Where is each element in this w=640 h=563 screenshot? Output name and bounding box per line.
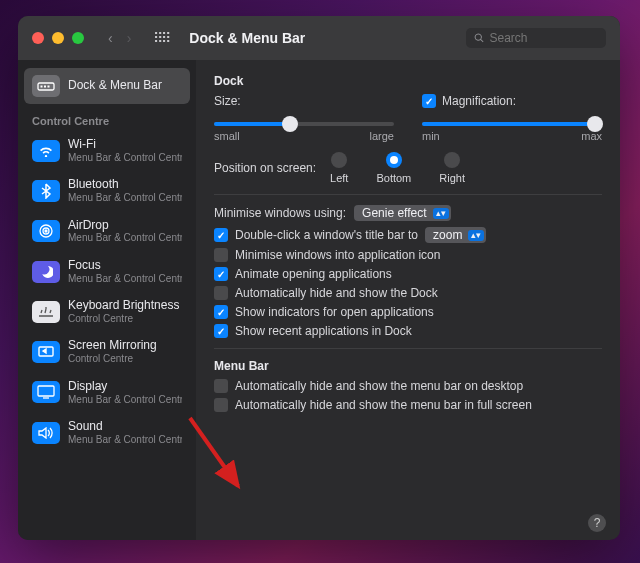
forward-button[interactable]: › xyxy=(123,30,136,46)
minimize-button[interactable] xyxy=(52,32,64,44)
sidebar-item-screen-mirroring[interactable]: Screen Mirroring Control Centre xyxy=(24,332,190,371)
sidebar-item-sublabel: Menu Bar & Control Centre xyxy=(68,273,182,285)
menubar-option-label-0: Automatically hide and show the menu bar… xyxy=(235,379,523,393)
minimise-value: Genie effect xyxy=(362,206,427,220)
menubar-checkbox-0[interactable] xyxy=(214,379,228,393)
keyboard-icon xyxy=(32,301,60,323)
sidebar[interactable]: Dock & Menu Bar Control Centre Wi-Fi Men… xyxy=(18,60,196,540)
sidebar-item-sublabel: Control Centre xyxy=(68,353,157,365)
svg-point-6 xyxy=(45,230,47,232)
sidebar-item-display[interactable]: Display Menu Bar & Control Centre xyxy=(24,373,190,412)
sidebar-item-label: Focus xyxy=(68,259,182,273)
nav-arrows: ‹ › xyxy=(104,30,135,46)
dblclick-select[interactable]: zoom▴▾ xyxy=(425,227,486,243)
dock-option-label-4: Show indicators for open applications xyxy=(235,305,434,319)
dblclick-value: zoom xyxy=(433,228,462,242)
display-icon xyxy=(32,381,60,403)
sidebar-section-header: Control Centre xyxy=(24,105,190,131)
size-slider[interactable] xyxy=(214,122,394,126)
all-prefs-grid-icon[interactable]: ⠿⠿ xyxy=(153,30,169,46)
airdrop-icon xyxy=(32,220,60,242)
position-label-right: Right xyxy=(439,172,465,184)
dock-checkbox-2[interactable] xyxy=(214,267,228,281)
dock-checkbox-4[interactable] xyxy=(214,305,228,319)
position-label-left: Left xyxy=(330,172,348,184)
sidebar-item-label: Bluetooth xyxy=(68,178,182,192)
menubar-heading: Menu Bar xyxy=(214,359,602,373)
position-radio-bottom[interactable] xyxy=(386,152,402,168)
dock-heading: Dock xyxy=(214,74,602,88)
sidebar-item-keyboard-brightness[interactable]: Keyboard Brightness Control Centre xyxy=(24,292,190,331)
back-button[interactable]: ‹ xyxy=(104,30,117,46)
sidebar-item-wi-fi[interactable]: Wi-Fi Menu Bar & Control Centre xyxy=(24,131,190,170)
sidebar-item-label: Sound xyxy=(68,420,182,434)
sidebar-item-label: Keyboard Brightness xyxy=(68,299,179,313)
focus-icon xyxy=(32,261,60,283)
sound-icon xyxy=(32,422,60,444)
svg-rect-2 xyxy=(44,86,46,88)
sidebar-item-airdrop[interactable]: AirDrop Menu Bar & Control Centre xyxy=(24,212,190,251)
search-box[interactable] xyxy=(466,28,606,48)
sidebar-item-sound[interactable]: Sound Menu Bar & Control Centre xyxy=(24,413,190,452)
position-radio-right[interactable] xyxy=(444,152,460,168)
traffic-lights xyxy=(32,32,84,44)
sidebar-item-label: Screen Mirroring xyxy=(68,339,157,353)
sidebar-item-label: Dock & Menu Bar xyxy=(68,79,162,93)
svg-rect-1 xyxy=(41,86,43,88)
window-title: Dock & Menu Bar xyxy=(189,30,305,46)
dock-checkbox-3[interactable] xyxy=(214,286,228,300)
dock-option-label-0: Double-click a window's title bar to xyxy=(235,228,418,242)
close-button[interactable] xyxy=(32,32,44,44)
magnification-slider-thumb[interactable] xyxy=(587,116,603,132)
mag-max-label: max xyxy=(581,130,602,142)
main-pane: Dock Size: small large Ma xyxy=(196,60,620,540)
chevron-updown-icon: ▴▾ xyxy=(468,230,484,241)
minimise-select[interactable]: Genie effect ▴▾ xyxy=(354,205,451,221)
sidebar-item-sublabel: Control Centre xyxy=(68,313,179,325)
minimise-label: Minimise windows using: xyxy=(214,206,346,220)
search-input[interactable] xyxy=(490,31,599,45)
dock-option-label-5: Show recent applications in Dock xyxy=(235,324,412,338)
position-label-bottom: Bottom xyxy=(376,172,411,184)
svg-rect-3 xyxy=(48,86,50,88)
dock-option-label-1: Minimise windows into application icon xyxy=(235,248,440,262)
magnification-slider[interactable] xyxy=(422,122,602,126)
chevron-updown-icon: ▴▾ xyxy=(433,208,449,219)
titlebar: ‹ › ⠿⠿ Dock & Menu Bar xyxy=(18,16,620,60)
sidebar-item-sublabel: Menu Bar & Control Centre xyxy=(68,192,182,204)
svg-rect-8 xyxy=(38,386,54,396)
dock-option-label-2: Animate opening applications xyxy=(235,267,392,281)
dock-option-label-3: Automatically hide and show the Dock xyxy=(235,286,438,300)
sidebar-item-sublabel: Menu Bar & Control Centre xyxy=(68,394,182,406)
position-label: Position on screen: xyxy=(214,161,316,175)
sidebar-item-label: Wi-Fi xyxy=(68,138,182,152)
sidebar-item-sublabel: Menu Bar & Control Centre xyxy=(68,434,182,446)
dock-checkbox-5[interactable] xyxy=(214,324,228,338)
menubar-option-label-1: Automatically hide and show the menu bar… xyxy=(235,398,532,412)
bluetooth-icon xyxy=(32,180,60,202)
menubar-checkbox-1[interactable] xyxy=(214,398,228,412)
wifi-icon xyxy=(32,140,60,162)
sidebar-item-sublabel: Menu Bar & Control Centre xyxy=(68,152,182,164)
dock-checkbox-0[interactable] xyxy=(214,228,228,242)
zoom-button[interactable] xyxy=(72,32,84,44)
mag-min-label: min xyxy=(422,130,440,142)
sidebar-item-label: Display xyxy=(68,380,182,394)
magnification-checkbox[interactable] xyxy=(422,94,436,108)
sidebar-item-sublabel: Menu Bar & Control Centre xyxy=(68,232,182,244)
sidebar-item-label: AirDrop xyxy=(68,219,182,233)
magnification-label: Magnification: xyxy=(442,94,516,108)
size-slider-thumb[interactable] xyxy=(282,116,298,132)
size-max-label: large xyxy=(370,130,394,142)
dock-icon xyxy=(32,75,60,97)
size-label: Size: xyxy=(214,94,241,108)
size-min-label: small xyxy=(214,130,240,142)
help-button[interactable]: ? xyxy=(588,514,606,532)
sidebar-item-focus[interactable]: Focus Menu Bar & Control Centre xyxy=(24,252,190,291)
sidebar-item-dock-menubar[interactable]: Dock & Menu Bar xyxy=(24,68,190,104)
position-radio-left[interactable] xyxy=(331,152,347,168)
preferences-window: ‹ › ⠿⠿ Dock & Menu Bar Dock & Menu Bar C… xyxy=(18,16,620,540)
search-icon xyxy=(474,32,485,44)
sidebar-item-bluetooth[interactable]: Bluetooth Menu Bar & Control Centre xyxy=(24,171,190,210)
dock-checkbox-1[interactable] xyxy=(214,248,228,262)
